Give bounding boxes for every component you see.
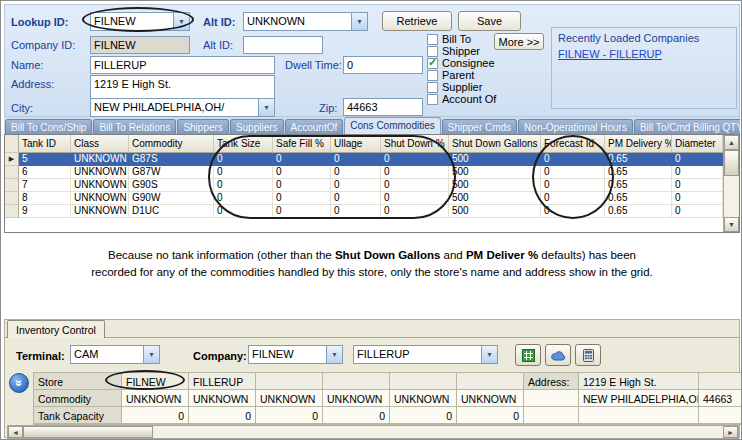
- supplier-checkbox[interactable]: [427, 82, 438, 93]
- zip-field[interactable]: 44663: [343, 98, 423, 116]
- cell[interactable]: G90S: [129, 179, 214, 192]
- cell[interactable]: 0: [273, 205, 331, 218]
- cell[interactable]: 0: [381, 205, 449, 218]
- alt-id-combo[interactable]: UNKNOWN ▼: [243, 12, 368, 31]
- tab-suppliers[interactable]: Suppliers: [230, 119, 284, 134]
- col-header-forecast-id[interactable]: Forecast Id: [541, 135, 605, 153]
- table-row[interactable]: ▶ 5 UNKNOWN G87S 0 0 0 0 500 0 0.65 0: [5, 153, 739, 166]
- parent-checkbox[interactable]: [427, 70, 438, 81]
- cell[interactable]: G90W: [129, 192, 214, 205]
- cell[interactable]: 0: [672, 179, 723, 192]
- cell[interactable]: 7: [19, 179, 71, 192]
- cell[interactable]: 0: [541, 192, 605, 205]
- terminal-combo[interactable]: CAM ▼: [70, 345, 160, 364]
- name-field[interactable]: FILLERUP: [90, 56, 275, 74]
- scrollbar-thumb[interactable]: [23, 426, 153, 438]
- export-grid-button[interactable]: [515, 344, 541, 366]
- cell[interactable]: 0.65: [605, 153, 672, 166]
- table-row[interactable]: 8 UNKNOWN G90W 0 0 0 0 500 0 0.65 0: [5, 192, 739, 205]
- col-header-tank-id[interactable]: Tank ID: [19, 135, 71, 153]
- scroll-up-button[interactable]: ▲: [724, 135, 739, 150]
- tab-cons-commodities[interactable]: Cons Commodities: [344, 117, 440, 134]
- lookup-id-combo[interactable]: FILNEW ▼: [90, 12, 190, 31]
- cell[interactable]: 0: [273, 179, 331, 192]
- company-name-combo[interactable]: FILLERUP ▼: [353, 345, 498, 364]
- cell[interactable]: UNKNOWN: [71, 192, 129, 205]
- cell[interactable]: 500: [449, 153, 541, 166]
- cell[interactable]: 0: [331, 166, 381, 179]
- cell[interactable]: 0: [672, 192, 723, 205]
- col-header-shut-down-pct[interactable]: Shut Down %: [381, 135, 449, 153]
- col-header-class[interactable]: Class: [71, 135, 129, 153]
- tab-inventory-control[interactable]: Inventory Control: [7, 320, 105, 338]
- tab-non-operational-hours[interactable]: Non-Operational Hours: [518, 119, 633, 134]
- cell[interactable]: 0: [381, 192, 449, 205]
- city-combo[interactable]: NEW PHILADELPHIA,OH/ ▼: [90, 98, 275, 117]
- cell[interactable]: 0: [381, 153, 449, 166]
- cell[interactable]: 0: [672, 166, 723, 179]
- col-header-shut-down-gallons[interactable]: Shut Down Gallons: [449, 135, 541, 153]
- company-combo[interactable]: FILNEW ▼: [248, 345, 343, 364]
- scroll-left-button[interactable]: ◄: [8, 426, 23, 438]
- cell[interactable]: 0.65: [605, 166, 672, 179]
- expand-rows-button[interactable]: »: [9, 373, 29, 393]
- cell[interactable]: UNKNOWN: [71, 153, 129, 166]
- cell[interactable]: 0: [273, 153, 331, 166]
- cell[interactable]: 0: [331, 179, 381, 192]
- cell[interactable]: 0.65: [605, 192, 672, 205]
- tab-shipper-cmds[interactable]: Shipper Cmds: [442, 119, 517, 134]
- cell[interactable]: G87S: [129, 153, 214, 166]
- scroll-down-button[interactable]: ▼: [724, 217, 739, 232]
- tab-shippers[interactable]: Shippers: [177, 119, 228, 134]
- table-row[interactable]: 9 UNKNOWN D1UC 0 0 0 0 500 0 0.65 0: [5, 205, 739, 218]
- scrollbar-thumb[interactable]: [724, 150, 739, 176]
- table-row[interactable]: 7 UNKNOWN G90S 0 0 0 0 500 0 0.65 0: [5, 179, 739, 192]
- consignee-checkbox[interactable]: ✓: [427, 58, 438, 69]
- calculator-button[interactable]: [575, 344, 601, 366]
- cell[interactable]: 0: [273, 166, 331, 179]
- retrieve-button[interactable]: Retrieve: [382, 11, 452, 31]
- cell[interactable]: 0: [214, 205, 273, 218]
- col-header-ullage[interactable]: Ullage: [331, 135, 381, 153]
- cloud-button[interactable]: [545, 344, 571, 366]
- cell[interactable]: 0: [541, 179, 605, 192]
- bill-to-checkbox[interactable]: [427, 34, 438, 45]
- cell[interactable]: 0: [381, 166, 449, 179]
- account-of-checkbox[interactable]: [427, 94, 438, 105]
- cell[interactable]: 0: [331, 205, 381, 218]
- recently-loaded-company-link[interactable]: FILNEW - FILLERUP: [558, 48, 662, 60]
- cell[interactable]: 0: [541, 166, 605, 179]
- tab-account-of[interactable]: AccountOf: [285, 119, 344, 134]
- cell[interactable]: UNKNOWN: [71, 205, 129, 218]
- company-id-field[interactable]: FILNEW: [90, 36, 190, 54]
- cell[interactable]: UNKNOWN: [71, 179, 129, 192]
- cell[interactable]: 0: [214, 166, 273, 179]
- tab-bill-to-cons-ship[interactable]: Bill To Cons/Ship: [5, 119, 92, 134]
- cell[interactable]: 0: [214, 192, 273, 205]
- cell[interactable]: D1UC: [129, 205, 214, 218]
- vertical-scrollbar[interactable]: ▲ ▼: [723, 135, 739, 232]
- cell[interactable]: 8: [19, 192, 71, 205]
- horizontal-scrollbar[interactable]: ◄ ►: [7, 425, 739, 439]
- cell[interactable]: G87W: [129, 166, 214, 179]
- scroll-right-button[interactable]: ►: [723, 426, 738, 438]
- dwell-time-field[interactable]: 0: [343, 56, 423, 74]
- col-header-safe-fill[interactable]: Safe Fill %: [273, 135, 331, 153]
- col-header-pm-delivery[interactable]: PM Delivery %: [605, 135, 672, 153]
- cell[interactable]: 0: [331, 153, 381, 166]
- tab-bill-to-cmd-billing-qty[interactable]: Bill To/Cmd Billing QTY: [634, 119, 740, 134]
- cell[interactable]: 500: [449, 179, 541, 192]
- cell[interactable]: 0: [541, 153, 605, 166]
- more-button[interactable]: More >>: [494, 33, 544, 50]
- scrollbar-track[interactable]: [153, 426, 723, 438]
- cell[interactable]: 0: [672, 153, 723, 166]
- tab-bill-to-relations[interactable]: Bill To Relations: [93, 119, 176, 134]
- cell[interactable]: 0: [214, 153, 273, 166]
- cell[interactable]: 0: [672, 205, 723, 218]
- save-button[interactable]: Save: [458, 11, 521, 31]
- cell[interactable]: 0: [331, 192, 381, 205]
- cell[interactable]: 0.65: [605, 205, 672, 218]
- cell[interactable]: 500: [449, 192, 541, 205]
- cell[interactable]: 9: [19, 205, 71, 218]
- col-header-commodity[interactable]: Commodity: [129, 135, 214, 153]
